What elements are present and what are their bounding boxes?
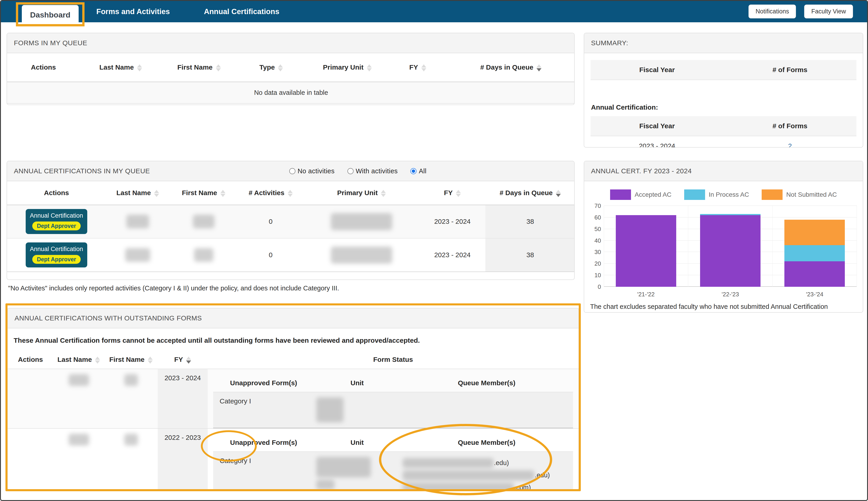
empty-table-row: No data available in table [7,82,575,104]
redacted-unit [316,457,371,477]
y-tick-label: 40 [594,237,601,244]
sort-icon [216,64,221,72]
outstanding-forms-notice: These Annual Certification forms cannot … [14,337,573,344]
redacted-first-name [124,374,138,386]
fy-value: 2023 - 2024 [158,369,208,428]
legend-item: Not Submitted AC [762,190,837,200]
col-num-forms: # of Forms [724,60,856,80]
unapproved-form-name: Category I [213,392,314,428]
col-fiscal-year: Fiscal Year [591,60,724,80]
faculty-view-button[interactable]: Faculty View [804,4,853,19]
col-days-in-queue[interactable]: # Days in Queue [447,53,575,82]
col-days-in-queue[interactable]: # Days in Queue [485,181,575,205]
x-axis-label: '23-'24 [772,291,857,298]
legend-swatch [610,190,631,200]
annual-certification-button[interactable]: Annual CertificationDept Approver [26,243,87,267]
col-unapproved-forms: Unapproved Form(s) [213,434,314,452]
sort-icon [278,64,283,72]
chart-xlabels: '21-'22'22-'23'23-'24 [604,287,857,300]
col-last-name[interactable]: Last Name [80,53,162,82]
col-unapproved-forms: Unapproved Form(s) [213,374,314,392]
chart-footnote: The chart excludes separated faculty who… [584,300,863,310]
col-unit: Unit [314,374,400,392]
table-row: Annual CertificationDept Approver 0 2023… [7,205,575,238]
sort-icon [148,356,153,364]
tab-forms-and-activities[interactable]: Forms and Activities [96,7,170,16]
y-tick-label: 60 [594,214,601,221]
summary-table: Fiscal Year # of Forms [591,60,856,96]
col-first-name[interactable]: First Name [104,351,158,369]
redacted-first-name [124,434,138,446]
annual-certification-summary-table: Fiscal Year # of Forms 2023 - 2024 2 [591,116,856,148]
y-tick-label: 30 [594,248,601,256]
bar-segment [784,220,845,245]
col-num-activities[interactable]: # Activities [238,181,304,205]
forms-in-queue-title: FORMS IN MY QUEUE [7,33,574,53]
notifications-button[interactable]: Notifications [748,4,796,19]
col-first-name[interactable]: First Name [169,181,238,205]
x-axis-label: '21-'22 [604,291,688,298]
unapproved-form-name: Category I [213,452,314,490]
queue-member: .edu) [403,457,571,469]
bar-segment [700,215,760,287]
annual-certification-button[interactable]: Annual CertificationDept Approver [26,209,87,234]
ac-in-queue-panel: ANNUAL CERTIFICATIONS IN MY QUEUE No act… [7,161,575,280]
radio-no-activities[interactable]: No activities [289,167,335,175]
col-type[interactable]: Type [237,53,306,82]
days-in-queue-value: 38 [485,238,575,272]
sort-icon-active [556,190,561,197]
col-queue-members: Queue Member(s) [400,374,573,392]
tab-dashboard[interactable]: Dashboard [22,5,79,24]
redacted-last-name [69,434,89,446]
sort-icon-active [186,356,191,364]
annual-cert-chart-panel: ANNUAL CERT. FY 2023 - 2024 Accepted ACI… [584,161,863,313]
fy-value: 2022 - 2023 [158,428,208,490]
fy-value: 2023 - 2024 [419,205,485,238]
app-window: Dashboard Forms and Activities Annual Ce… [0,0,868,501]
bar-group [604,206,688,287]
col-actions: Actions [8,351,53,369]
col-primary-unit[interactable]: Primary Unit [304,181,419,205]
radio-all[interactable]: All [410,167,427,175]
bar-segment [616,215,676,287]
col-fy[interactable]: FY [419,181,485,205]
col-last-name[interactable]: Last Name [106,181,169,205]
chart-plot [604,206,857,287]
forms-in-queue-panel: FORMS IN MY QUEUE Actions Last Name Firs… [7,33,575,105]
y-tick-label: 10 [594,272,601,279]
actions-cell [8,428,53,490]
stacked-bar [700,214,760,287]
y-tick-label: 50 [594,225,601,232]
col-fy[interactable]: FY [158,351,208,369]
summary-panel: SUMMARY: Fiscal Year # of Forms Annual C… [584,33,863,148]
top-nav: Dashboard Forms and Activities Annual Ce… [1,1,867,22]
chart-title: ANNUAL CERT. FY 2023 - 2024 [584,161,863,181]
col-last-name[interactable]: Last Name [53,351,104,369]
form-status-table: Unapproved Form(s) Unit Queue Member(s) … [213,374,573,428]
col-actions: Actions [7,53,80,82]
col-fiscal-year: Fiscal Year [591,116,724,136]
ac-in-queue-title: ANNUAL CERTIFICATIONS IN MY QUEUE [14,167,150,175]
queue-members-cell [400,392,573,428]
col-primary-unit[interactable]: Primary Unit [306,53,389,82]
radio-icon-checked [410,168,417,174]
redacted-first-name [194,248,213,262]
redacted-first-name [193,215,215,228]
legend-item: Accepted AC [610,190,671,200]
form-status-table: Unapproved Form(s) Unit Queue Member(s) … [213,434,573,490]
col-fy[interactable]: FY [389,53,447,82]
tab-annual-certifications[interactable]: Annual Certifications [204,7,279,16]
col-first-name[interactable]: First Name [162,53,237,82]
annual-certification-label: Annual Certification: [591,104,856,111]
queue-member: .com) [403,481,571,490]
no-activities-footnote: "No Activites" includes only reported ac… [8,285,339,292]
stacked-bar [616,215,676,287]
y-tick-label: 70 [594,202,601,210]
num-forms-link[interactable]: 2 [788,142,792,148]
legend-item: In Process AC [684,190,749,200]
radio-with-activities[interactable]: With activities [348,167,398,175]
radio-icon [348,168,354,174]
chart-legend: Accepted ACIn Process ACNot Submitted AC [590,190,857,200]
redacted-unit [316,480,334,490]
redacted-primary-unit [331,213,392,230]
